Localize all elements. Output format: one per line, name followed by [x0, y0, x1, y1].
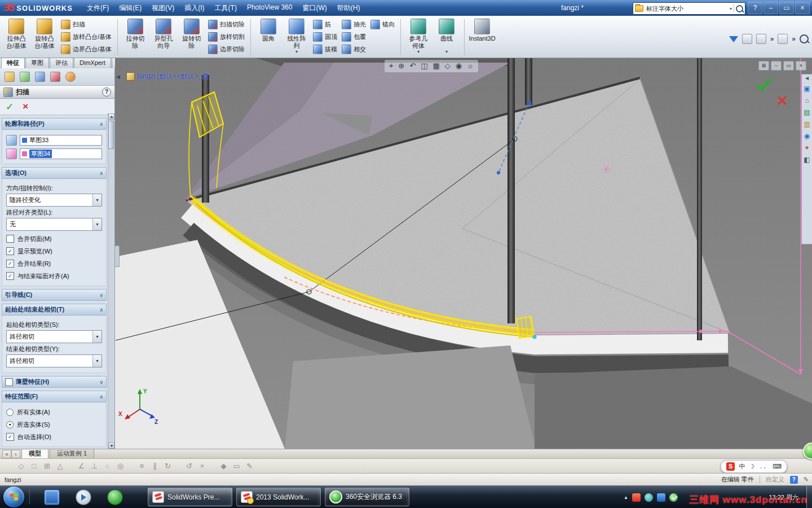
ribbon-button-instant3d[interactable]: Instant3D — [468, 17, 496, 58]
section-header-thin-feature[interactable]: 薄壁特征(H) ∨ — [2, 376, 107, 388]
graphics-viewport[interactable]: Y X Z ◀ fangzi (默认<<默认>_显... ⌖ ⊕ ↶ ◫ ▦ ◇… — [115, 58, 812, 449]
ribbon-button-shell[interactable]: 抽壳 — [339, 19, 368, 30]
zoom-area-icon[interactable]: ⊕ — [398, 60, 404, 72]
close-button[interactable]: × — [795, 2, 810, 14]
status-help-icon[interactable]: ? — [790, 476, 798, 484]
ribbon-button-extruded-cut[interactable]: 拉伸切 除 — [121, 17, 149, 58]
toolbar-icon[interactable]: ○ — [101, 461, 114, 472]
display-style-icon[interactable]: ◇ — [445, 60, 451, 72]
doc-close-button[interactable]: × — [796, 61, 806, 71]
doc-restore-button[interactable]: ▭ — [783, 61, 794, 71]
search-scope-folder-icon[interactable] — [635, 5, 643, 12]
ribbon-button-lofted-boss[interactable]: 放样凸台/基体 — [59, 32, 114, 42]
menu-file[interactable]: 文件(F) — [83, 2, 113, 14]
chevron-down-icon[interactable]: ▾ — [92, 194, 102, 206]
exit-sketch-icon[interactable] — [729, 36, 738, 42]
feature-tree-root[interactable]: fangzi (默认<<默认>_显... — [137, 72, 214, 81]
doc-minimize-button[interactable]: ‒ — [771, 61, 782, 71]
phone-tray-icon[interactable] — [645, 493, 653, 502]
design-library-icon[interactable]: ⌂ — [805, 97, 809, 104]
section-header-guide-curves[interactable]: 引导线(C) ∨ — [2, 289, 107, 301]
ok-button[interactable]: ✓ — [6, 101, 14, 113]
search-box[interactable]: ▾ — [633, 2, 745, 15]
radio-icon[interactable]: ● — [6, 421, 14, 428]
ribbon-button-revolved-cut[interactable]: 旋转切 除 — [178, 17, 206, 58]
toolbar-icon[interactable]: ⊥ — [88, 461, 101, 472]
displaymanager-tab-icon[interactable] — [65, 72, 76, 82]
menu-edit[interactable]: 编辑(E) — [115, 2, 145, 14]
radio-all-bodies[interactable]: 所有实体(A) — [6, 406, 102, 418]
toolbar-icon[interactable]: ↻ — [161, 461, 174, 472]
tab-scroll-left-icon[interactable]: « — [2, 450, 11, 458]
hidden-icons-arrow[interactable]: ▲ — [624, 495, 628, 500]
ribbon-expand-chevron[interactable]: » — [770, 35, 774, 43]
ribbon-overflow-icon[interactable] — [756, 34, 766, 44]
ribbon-button-hole-wizard[interactable]: 异型孔 向导 — [149, 17, 178, 58]
checkbox-merge-faces[interactable]: 合并切面(M) — [6, 233, 102, 245]
tab-sketch[interactable]: 草图 — [25, 58, 49, 68]
profile-field[interactable]: 草图33 — [20, 135, 102, 146]
checkbox-icon[interactable]: ✓ — [6, 272, 14, 280]
start-button[interactable] — [3, 487, 24, 507]
panel-splitter-handle[interactable] — [115, 246, 120, 267]
ribbon-button-curves[interactable]: 曲线 ▾ — [433, 17, 461, 58]
media-player-icon[interactable] — [76, 489, 91, 505]
tab-model[interactable]: 模型 — [21, 449, 48, 458]
view-palette-icon[interactable]: ▥ — [804, 120, 810, 128]
ime-fullwidth-icon[interactable]: ☽ — [749, 463, 754, 470]
ribbon-button-draft[interactable]: 拔模 — [311, 44, 339, 55]
ribbon-button-rib[interactable]: 筋 — [311, 19, 339, 30]
bluetooth-icon[interactable] — [657, 493, 665, 502]
ribbon-button-dome[interactable]: 圆顶 — [311, 32, 339, 42]
app-launcher-icon[interactable] — [107, 489, 123, 505]
end-tangency-select[interactable]: 路径相切 ▾ — [6, 354, 102, 367]
ribbon-button-mirror[interactable]: 镜向 — [368, 19, 397, 30]
orientation-select[interactable]: 随路径变化 ▾ — [6, 194, 102, 207]
chevron-down-icon[interactable]: ▾ — [92, 355, 102, 367]
checkbox-align-end-faces[interactable]: ✓ 与结束端面对齐(A) — [6, 270, 102, 282]
taskbar-app-solidworks-help[interactable]: 2013 SolidWork... — [236, 488, 321, 506]
path-alignment-select[interactable]: 无 ▾ — [6, 218, 102, 231]
ribbon-button-reference-geometry[interactable]: 参考几 何体 ▾ — [404, 17, 433, 58]
view-orientation-icon[interactable]: ▦ — [433, 60, 439, 72]
toolbar-icon[interactable]: ▭ — [230, 461, 243, 472]
tab-evaluate[interactable]: 评估 — [50, 58, 73, 68]
pm-help-icon[interactable]: ? — [102, 87, 111, 97]
ribbon-button-swept-boss[interactable]: 扫描 — [59, 19, 114, 30]
restore-button[interactable]: ▭ — [779, 2, 794, 14]
ribbon-button-fillet[interactable]: 圆角 — [254, 17, 283, 58]
scroll-up-button[interactable] — [108, 113, 114, 120]
toolbar-icon[interactable]: ◎ — [114, 461, 127, 472]
ribbon-overflow-icon[interactable] — [742, 34, 752, 44]
help-button[interactable]: ? — [748, 2, 762, 14]
chevron-down-icon[interactable]: ∨ — [99, 292, 103, 298]
propertymanager-tab-icon[interactable] — [20, 72, 30, 82]
checkbox-icon[interactable] — [5, 378, 13, 386]
task-pane-collapse-icon[interactable]: ◀ — [805, 76, 809, 81]
ribbon-button-intersect[interactable]: 相交 — [339, 44, 368, 55]
menu-help[interactable]: 帮助(H) — [333, 2, 364, 14]
tab-features[interactable]: 特征 — [1, 58, 25, 68]
ribbon-expand-chevron[interactable]: » — [792, 35, 796, 43]
custom-properties-icon[interactable]: ✦ — [804, 144, 810, 152]
zoom-fit-icon[interactable]: ⌖ — [389, 60, 393, 72]
confirm-cancel-button[interactable] — [776, 94, 788, 107]
taskbar-app-solidworks[interactable]: SolidWorks Pre... — [148, 488, 232, 506]
toolbar-icon[interactable]: ∠ — [75, 461, 88, 472]
pm-scrollbar[interactable] — [108, 113, 114, 449]
toolbar-icon[interactable]: △ — [54, 461, 67, 472]
remote-desktop-icon[interactable] — [44, 489, 60, 505]
dimxpertmanager-tab-icon[interactable] — [50, 72, 60, 82]
path-field[interactable]: 草图34 — [20, 148, 102, 159]
dropdown-arrow-icon[interactable]: ▾ — [445, 50, 448, 54]
chevron-up-icon[interactable]: ∧ — [99, 394, 103, 400]
menu-insert[interactable]: 插入(I) — [180, 2, 208, 14]
hide-show-items-icon[interactable]: ◉ — [456, 60, 462, 72]
customize-link[interactable]: 自定义 — [766, 475, 784, 484]
toolbar-icon[interactable]: ∥ — [148, 461, 161, 472]
ribbon-button-linear-pattern[interactable]: 线性阵 列 ▾ — [283, 17, 311, 58]
toolbar-icon[interactable]: ⊞ — [41, 461, 54, 472]
toolbar-icon[interactable]: ✎ — [243, 461, 256, 472]
viewport-scene[interactable]: Y X Z — [115, 58, 812, 449]
ime-punctuation-icon[interactable]: ，。 — [758, 463, 769, 470]
